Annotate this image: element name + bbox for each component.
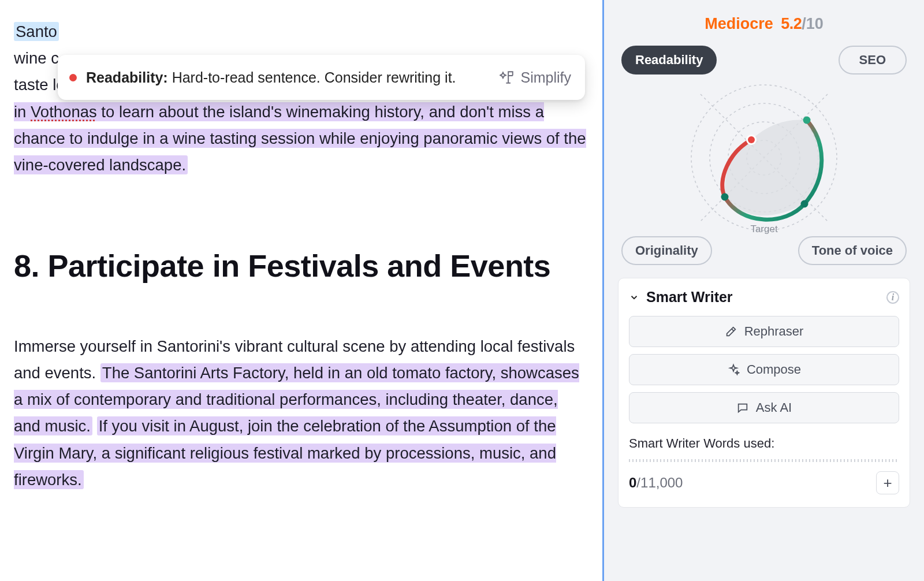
readability-suggestion-popup: Readability: Hard-to-read sentence. Cons… [58, 55, 585, 100]
lead-highlight: Santo [14, 22, 59, 41]
score-value: 5.2 [781, 15, 802, 32]
svg-point-10 [748, 136, 755, 143]
radar-target-label: Target [750, 224, 777, 235]
heading-section-8: 8. Participate in Festivals and Events [14, 248, 588, 285]
compose-button[interactable]: Compose [629, 354, 899, 385]
radar-chart-area: Readability SEO Originality Tone of voic… [618, 46, 910, 265]
pill-seo[interactable]: SEO [839, 46, 907, 75]
radar-chart: Target [689, 83, 839, 233]
editor-pane[interactable]: Santo wine c taste local varieties such … [0, 0, 604, 581]
chevron-down-icon[interactable] [629, 292, 639, 303]
smart-writer-title: Smart Writer [646, 289, 880, 306]
edit-icon [725, 325, 737, 338]
term-vothonas: Vothonas [31, 103, 97, 121]
score-label: Mediocre [705, 15, 773, 32]
add-words-button[interactable]: + [876, 471, 899, 494]
usage-label: Smart Writer Words used: [629, 436, 899, 451]
suggestion-message: Readability: Hard-to-read sentence. Cons… [86, 69, 490, 86]
usage-bar [629, 459, 899, 462]
pill-tone-of-voice[interactable]: Tone of voice [798, 236, 907, 265]
analysis-sidebar: Mediocre 5.2/10 Readability SEO Original… [604, 0, 924, 581]
paragraph-festivals[interactable]: Immerse yourself in Santorini's vibrant … [14, 333, 588, 493]
overall-score: Mediocre 5.2/10 [618, 15, 910, 33]
smart-writer-usage: Smart Writer Words used: 0/11,000 + [629, 436, 899, 494]
svg-point-8 [721, 193, 729, 201]
simplify-button[interactable]: Simplify [500, 69, 571, 86]
usage-values: 0/11,000 [629, 475, 683, 491]
rephraser-button[interactable]: Rephraser [629, 316, 899, 347]
pill-originality[interactable]: Originality [621, 236, 712, 265]
score-outof: /10 [802, 15, 824, 32]
text-fragment: wine c [14, 49, 59, 67]
severity-dot-icon [69, 74, 77, 81]
chat-icon [736, 401, 749, 414]
svg-point-6 [803, 117, 811, 124]
info-icon[interactable]: i [886, 291, 899, 304]
ask-ai-button[interactable]: Ask AI [629, 392, 899, 423]
sparkle-icon [727, 363, 740, 376]
svg-point-7 [801, 200, 808, 208]
smart-writer-card: Smart Writer i Rephraser Compose Ask AI … [618, 278, 910, 508]
pill-readability[interactable]: Readability [621, 46, 717, 75]
wand-icon [500, 70, 515, 85]
